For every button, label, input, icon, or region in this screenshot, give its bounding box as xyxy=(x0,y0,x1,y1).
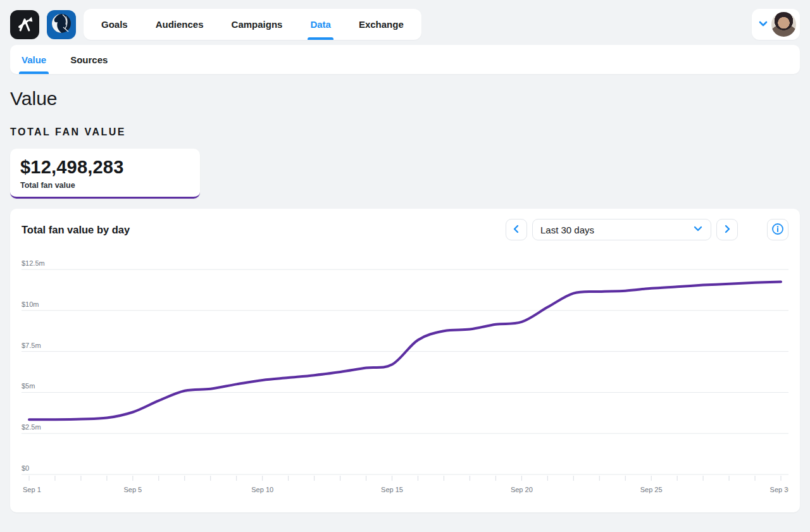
avatar xyxy=(771,12,796,37)
mavericks-basketball-icon xyxy=(49,11,74,39)
nav-tab-label: Data xyxy=(310,19,331,30)
nav-tab-label: Goals xyxy=(101,19,128,30)
page-title: Value xyxy=(10,88,800,109)
fanai-logo[interactable] xyxy=(10,10,39,39)
subnav-tab-label: Value xyxy=(22,54,46,65)
nav-tab-exchange[interactable]: Exchange xyxy=(359,9,404,40)
stat-label: Total fan value xyxy=(20,181,190,190)
active-tab-underline xyxy=(308,37,333,40)
subnav-tab-value[interactable]: Value xyxy=(22,45,46,74)
next-range-button[interactable] xyxy=(716,219,738,240)
fan-value-line xyxy=(29,281,781,419)
chart-info-button[interactable] xyxy=(767,219,788,240)
primary-nav: Goals Audiences Campaigns Data Exchange xyxy=(84,9,421,40)
section-title: TOTAL FAN VALUE xyxy=(10,127,800,138)
nav-tab-data[interactable]: Data xyxy=(310,9,331,40)
x-tick-label: Sep 15 xyxy=(381,486,403,493)
date-range-select[interactable]: Last 30 days xyxy=(532,219,711,240)
info-wrap xyxy=(767,219,788,240)
account-menu[interactable] xyxy=(752,9,800,40)
chart-controls: Last 30 days xyxy=(506,219,788,240)
date-range-value: Last 30 days xyxy=(540,225,594,235)
x-tick-label: Sep 25 xyxy=(640,486,663,493)
x-tick-label: Sep 10 xyxy=(251,486,273,493)
mavericks-logo[interactable] xyxy=(47,10,76,39)
x-tick-label: Sep 5 xyxy=(123,486,142,493)
active-tab-underline xyxy=(19,71,49,74)
chevron-down-icon xyxy=(757,18,769,32)
nav-tab-label: Exchange xyxy=(359,19,404,30)
nav-tab-goals[interactable]: Goals xyxy=(101,9,128,40)
data-subnav: Value Sources xyxy=(10,45,800,74)
stat-value: $12,498,283 xyxy=(20,157,190,178)
chevron-down-icon xyxy=(693,223,703,236)
fanai-arrow-person-icon xyxy=(15,14,34,35)
y-tick-label: $5m xyxy=(22,382,35,390)
nav-tab-campaigns[interactable]: Campaigns xyxy=(232,9,283,40)
main-content: Value TOTAL FAN VALUE $12,498,283 Total … xyxy=(0,88,810,512)
chevron-right-icon xyxy=(722,224,732,236)
chart-title: Total fan value by day xyxy=(22,224,130,236)
chart-header: Total fan value by day Last 30 days xyxy=(22,219,788,240)
fan-value-by-day-chart: $0$2.5m$5m$7.5m$10m$12.5mSep 1Sep 5Sep 1… xyxy=(22,258,788,500)
subnav-tab-label: Sources xyxy=(70,54,108,65)
subnav-tab-sources[interactable]: Sources xyxy=(70,45,108,74)
y-tick-label: $7.5m xyxy=(22,342,41,349)
nav-tab-audiences[interactable]: Audiences xyxy=(156,9,204,40)
info-icon xyxy=(771,223,784,237)
x-tick-label: Sep 1 xyxy=(23,486,41,493)
nav-tab-label: Audiences xyxy=(156,19,204,30)
y-tick-label: $10m xyxy=(22,300,39,308)
nav-tab-label: Campaigns xyxy=(232,19,283,30)
total-fan-value-card: $12,498,283 Total fan value xyxy=(10,149,200,199)
top-bar: Goals Audiences Campaigns Data Exchange xyxy=(0,0,810,40)
prev-range-button[interactable] xyxy=(506,219,527,240)
chevron-left-icon xyxy=(511,224,521,236)
y-tick-label: $12.5m xyxy=(22,259,45,267)
y-tick-label: $0 xyxy=(22,464,29,472)
y-tick-label: $2.5m xyxy=(22,423,41,431)
fan-value-chart-card: Total fan value by day Last 30 days xyxy=(10,209,800,512)
x-tick-label: Sep 20 xyxy=(511,486,533,493)
x-tick-label: Sep 30 xyxy=(770,486,788,493)
